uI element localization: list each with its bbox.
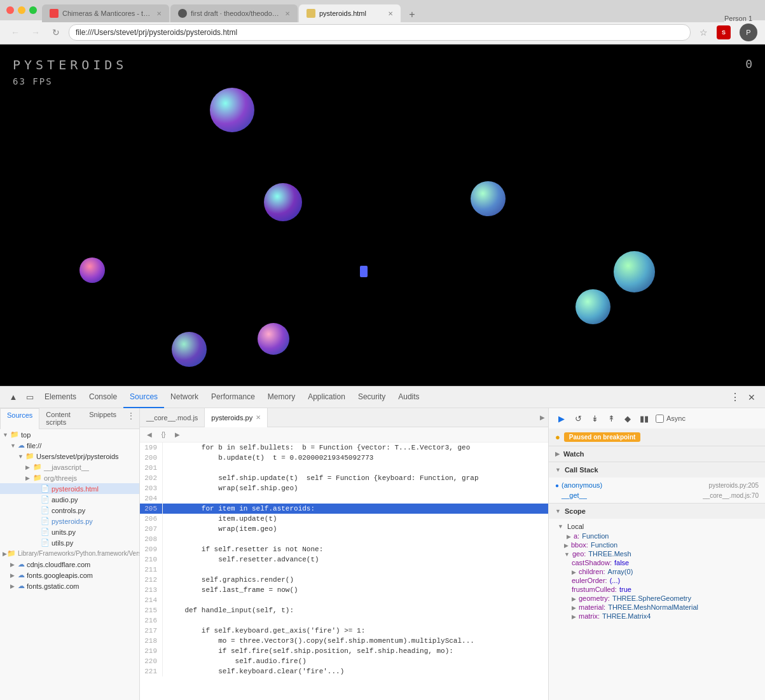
dt-tab-application[interactable]: Application: [301, 387, 352, 408]
code-line-209[interactable]: 209 if self.resetter is not None:: [140, 544, 548, 554]
tab2-close[interactable]: ✕: [285, 10, 290, 17]
call-stack-item-0[interactable]: ● (anonymous) pysteroids.py:205: [549, 480, 765, 490]
close-button[interactable]: [6, 6, 14, 14]
tab1-close[interactable]: ✕: [156, 10, 162, 17]
code-line-207[interactable]: 207 wrap(item.geo): [140, 524, 548, 534]
scope-item-eulerorder[interactable]: eulerOrder: (...): [549, 576, 765, 585]
pause-exceptions-button[interactable]: ▮▮: [637, 411, 652, 426]
dt-tab-security[interactable]: Security: [352, 387, 392, 408]
scope-item-matrix[interactable]: ▶ matrix: THREE.Matrix4: [549, 612, 765, 621]
extension-button[interactable]: S: [717, 25, 731, 39]
tree-item-users[interactable]: ▼ 📁 Users/stevet/prj/pysteroids: [0, 451, 139, 462]
code-line-217[interactable]: 217 if self.keyboard.get_axis('fire') >=…: [140, 626, 548, 636]
tree-item-fonts-googleapis[interactable]: ▶ ☁ fonts.googleapis.com: [0, 570, 139, 580]
editor-nav-prev[interactable]: ◀: [144, 429, 155, 441]
profile-button[interactable]: Person 1: [724, 15, 752, 22]
editor-tab-close[interactable]: ✕: [256, 414, 261, 421]
scope-item-a[interactable]: ▶ a: Function: [549, 532, 765, 540]
ft-tab-content-scripts[interactable]: Content scripts: [39, 408, 83, 429]
browser-tab-3[interactable]: pysteroids.html ✕: [299, 4, 401, 22]
tree-item-audio-py[interactable]: 📄 audio.py: [0, 494, 139, 505]
back-button[interactable]: ←: [8, 25, 23, 40]
scope-item-geometry[interactable]: ▶ geometry: THREE.SphereGeometry: [549, 594, 765, 603]
code-line-206[interactable]: 206 item.update(t): [140, 514, 548, 524]
step-over-button[interactable]: ↺: [570, 411, 586, 426]
tree-item-file[interactable]: ▼ ☁ file://: [0, 440, 139, 451]
tab3-close[interactable]: ✕: [388, 10, 393, 17]
call-stack-header[interactable]: ▼ Call Stack: [549, 462, 765, 477]
deactivate-button[interactable]: ◆: [620, 411, 635, 426]
profile-avatar[interactable]: P: [740, 24, 757, 41]
address-bar[interactable]: file:///Users/stevet/prj/pysteroids/pyst…: [69, 24, 691, 41]
tree-item-controls-py[interactable]: 📄 controls.py: [0, 505, 139, 516]
file-tree-more-button[interactable]: ⋮: [123, 408, 139, 429]
bookmark-button[interactable]: ☆: [700, 27, 708, 38]
code-line-219[interactable]: 219 if self.fire(self.ship.position, sel…: [140, 646, 548, 656]
code-line-199[interactable]: 199 for b in self.bullets: b = Function …: [140, 443, 548, 453]
tree-item-threejs[interactable]: ▶ 📁 org/threejs: [0, 472, 139, 483]
editor-tab-core-mod[interactable]: __core__.mod.js: [140, 408, 205, 427]
new-tab-button[interactable]: +: [404, 7, 420, 22]
code-line-212[interactable]: 212 self.graphics.render(): [140, 575, 548, 585]
scope-item-material[interactable]: ▶ material: THREE.MeshNormalMaterial: [549, 603, 765, 612]
code-line-201[interactable]: 201: [140, 463, 548, 473]
step-into-button[interactable]: ↡: [587, 411, 602, 426]
tree-item-pysteroids-html[interactable]: 📄 pysteroids.html: [0, 483, 139, 494]
dt-tab-memory[interactable]: Memory: [261, 387, 301, 408]
code-line-214[interactable]: 214: [140, 595, 548, 605]
local-header[interactable]: ▼ Local: [549, 521, 765, 532]
tree-item-javascript[interactable]: ▶ 📁 __javascript__: [0, 462, 139, 472]
tree-item-library[interactable]: ▶ 📁 Library/Frameworks/Python.framework/…: [0, 548, 139, 559]
dt-tab-network[interactable]: Network: [164, 387, 205, 408]
code-line-218[interactable]: 218 mo = three.Vector3().copy(self.ship.…: [140, 636, 548, 646]
maximize-button[interactable]: [29, 6, 37, 14]
inspect-element-button[interactable]: ▲: [5, 389, 22, 406]
code-line-220[interactable]: 220 self.audio.fire(): [140, 656, 548, 666]
scope-item-children[interactable]: ▶ children: Array(0): [549, 567, 765, 576]
browser-tab-1[interactable]: Chimeras & Manticores - tech... ✕: [42, 4, 169, 22]
scope-item-bbox[interactable]: ▶ bbox: Function: [549, 540, 765, 549]
code-line-208[interactable]: 208: [140, 534, 548, 544]
tree-item-top[interactable]: ▼ 📁 top: [0, 429, 139, 440]
code-line-216[interactable]: 216: [140, 615, 548, 626]
code-line-215[interactable]: 215 def handle_input(self, t):: [140, 605, 548, 615]
tree-item-cdnjs[interactable]: ▶ ☁ cdnjs.cloudflare.com: [0, 559, 139, 570]
devtools-close-button[interactable]: ✕: [743, 389, 760, 406]
code-line-210[interactable]: 210 self.resetter.advance(t): [140, 554, 548, 565]
code-line-200[interactable]: 200 b.update(t) t = 0.020000219345092773: [140, 453, 548, 463]
reload-button[interactable]: ↻: [48, 25, 64, 40]
dt-tab-audits[interactable]: Audits: [392, 387, 425, 408]
code-line-203[interactable]: 203 wrap(self.ship.geo): [140, 483, 548, 493]
scope-item-castshadow[interactable]: castShadow: false: [549, 558, 765, 567]
editor-content[interactable]: 199 for b in self.bullets: b = Function …: [140, 443, 548, 700]
tree-item-pysteroids-py[interactable]: 📄 pysteroids.py: [0, 516, 139, 526]
code-line-221[interactable]: 221 self.keyboard.clear('fire'...): [140, 666, 548, 676]
dt-tab-sources[interactable]: Sources: [123, 387, 164, 408]
code-line-213[interactable]: 213 self.last_frame = now(): [140, 585, 548, 595]
minimize-button[interactable]: [18, 6, 25, 14]
async-checkbox[interactable]: [656, 415, 664, 423]
scope-item-frustumculled[interactable]: frustumCulled: true: [549, 585, 765, 594]
code-line-205[interactable]: 205 for item in self.asteroids:: [140, 504, 548, 514]
ft-tab-sources[interactable]: Sources: [0, 408, 39, 429]
code-line-211[interactable]: 211: [140, 565, 548, 575]
dt-tab-elements[interactable]: Elements: [38, 387, 83, 408]
code-line-202[interactable]: 202 self.ship.update(t) self = Function …: [140, 473, 548, 483]
tree-item-fonts-gstatic[interactable]: ▶ ☁ fonts.gstatic.com: [0, 580, 139, 591]
device-toolbar-button[interactable]: ▭: [22, 389, 38, 406]
editor-expand-button[interactable]: ▶: [537, 412, 548, 423]
scope-item-geo[interactable]: ▼ geo: THREE.Mesh: [549, 549, 765, 558]
code-line-204[interactable]: 204: [140, 493, 548, 504]
editor-nav-next[interactable]: ▶: [172, 429, 183, 441]
dt-tab-console[interactable]: Console: [83, 387, 123, 408]
tree-item-units-py[interactable]: 📄 units.py: [0, 526, 139, 537]
editor-nav-format[interactable]: {}: [158, 429, 169, 441]
dt-tab-performance[interactable]: Performance: [205, 387, 261, 408]
resume-button[interactable]: ▶: [554, 411, 569, 426]
browser-tab-2[interactable]: first draft · theodox/theodox.g... ✕: [170, 4, 298, 22]
devtools-more-button[interactable]: ⋮: [727, 389, 743, 406]
call-stack-item-1[interactable]: ● __get__ __core__.mod.js:70: [549, 490, 765, 500]
step-out-button[interactable]: ↟: [603, 411, 619, 426]
forward-button[interactable]: →: [28, 25, 43, 40]
ft-tab-snippets[interactable]: Snippets: [83, 408, 123, 429]
